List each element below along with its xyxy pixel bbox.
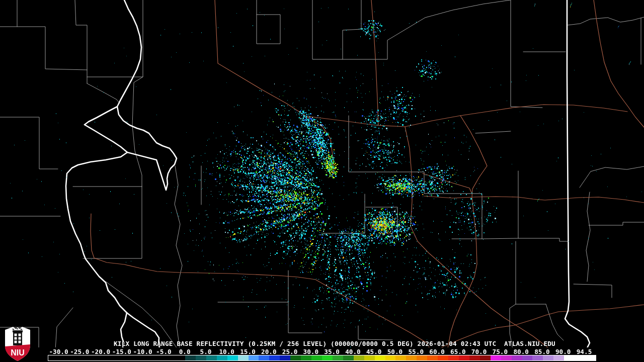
scale-tick-label: 65.0 xyxy=(450,348,466,355)
colorbar-segment xyxy=(501,355,512,360)
colorbar-segment xyxy=(238,355,249,360)
scale-tick-label: 50.0 xyxy=(387,348,403,355)
colorbar-segment xyxy=(491,355,501,360)
scale-tick-label: 5.0 xyxy=(200,348,211,355)
colorbar-segment xyxy=(512,355,522,360)
colorbar-segment xyxy=(459,355,469,360)
scale-tick-label: 45.0 xyxy=(366,348,382,355)
scale-tick-label: 35.0 xyxy=(324,348,340,355)
colorbar-segment xyxy=(322,355,333,360)
scale-tick-label: 80.0 xyxy=(513,348,529,355)
colorbar-segment xyxy=(438,355,448,360)
colorbar-segment xyxy=(311,355,322,360)
radar-viewer: KILX LONG RANGE BASE REFLECTIVITY (0.25K… xyxy=(0,0,644,362)
colorbar-segment xyxy=(364,355,375,360)
colorbar-segment xyxy=(395,355,406,360)
scale-tick-label: 25.0 xyxy=(282,348,298,355)
colorbar-segment xyxy=(206,355,217,360)
scale-tick-label: 55.0 xyxy=(408,348,424,355)
colorbar-segment xyxy=(375,355,385,360)
colorbar-segment xyxy=(448,355,459,360)
colorbar-segment xyxy=(417,355,427,360)
scale-tick-label: -20.0 xyxy=(91,348,110,355)
colorbar-segment xyxy=(269,355,280,360)
colorbar-segment xyxy=(543,355,553,360)
scale-tick-label: 85.0 xyxy=(534,348,550,355)
colorbar-segment xyxy=(532,355,543,360)
scale-tick-label: 15.0 xyxy=(240,348,256,355)
scale-tick-label: 40.0 xyxy=(345,348,361,355)
colorbar-segment xyxy=(469,355,480,360)
colorbar-segment xyxy=(259,355,269,360)
colorbar-segment xyxy=(406,355,417,360)
radar-echoes-canvas xyxy=(0,0,644,362)
scale-tick-label: 94.5 xyxy=(577,348,592,355)
scale-tick-label: -30.0 xyxy=(49,348,68,355)
castle-icon xyxy=(13,328,23,345)
scale-tick-label: 90.0 xyxy=(555,348,571,355)
colorbar-segment xyxy=(480,355,491,360)
colorbar-segment xyxy=(217,355,227,360)
colorbar-segment xyxy=(333,355,343,360)
scale-tick-label: 10.0 xyxy=(219,348,234,355)
colorbar-segment xyxy=(301,355,311,360)
radar-caption: KILX LONG RANGE BASE REFLECTIVITY (0.25K… xyxy=(114,340,555,347)
colorbar-segment xyxy=(354,355,364,360)
scale-tick-label: -5.0 xyxy=(156,348,172,355)
scale-tick-label: 0.0 xyxy=(179,348,191,355)
colorbar-segment xyxy=(249,355,259,360)
reflectivity-scale-labels: -30.0-25.0-20.0-15.0-10.0-5.00.05.010.01… xyxy=(0,348,644,355)
scale-tick-label: 70.0 xyxy=(471,348,487,355)
colorbar-segment xyxy=(280,355,290,360)
scale-tick-label: -10.0 xyxy=(133,348,152,355)
scale-tick-label: 30.0 xyxy=(303,348,319,355)
colorbar-segment xyxy=(522,355,533,360)
colorbar-segment xyxy=(553,355,564,360)
colorbar-segment xyxy=(343,355,354,360)
colorbar-segment xyxy=(290,355,301,360)
colorbar-segment xyxy=(427,355,438,360)
colorbar-segment xyxy=(185,355,196,360)
colorbar-segment xyxy=(385,355,396,360)
colorbar-segment xyxy=(564,355,596,360)
reflectivity-colorbar xyxy=(48,355,596,361)
scale-tick-label: -25.0 xyxy=(70,348,89,355)
niu-logo-text: NIU xyxy=(11,348,25,357)
colorbar-segment xyxy=(227,355,238,360)
scale-tick-label: -15.0 xyxy=(112,348,131,355)
scale-tick-label: 75.0 xyxy=(493,348,508,355)
scale-tick-label: 20.0 xyxy=(261,348,277,355)
colorbar-segment xyxy=(196,355,206,360)
scale-tick-label: 60.0 xyxy=(429,348,445,355)
niu-logo: NIU xyxy=(4,326,31,361)
